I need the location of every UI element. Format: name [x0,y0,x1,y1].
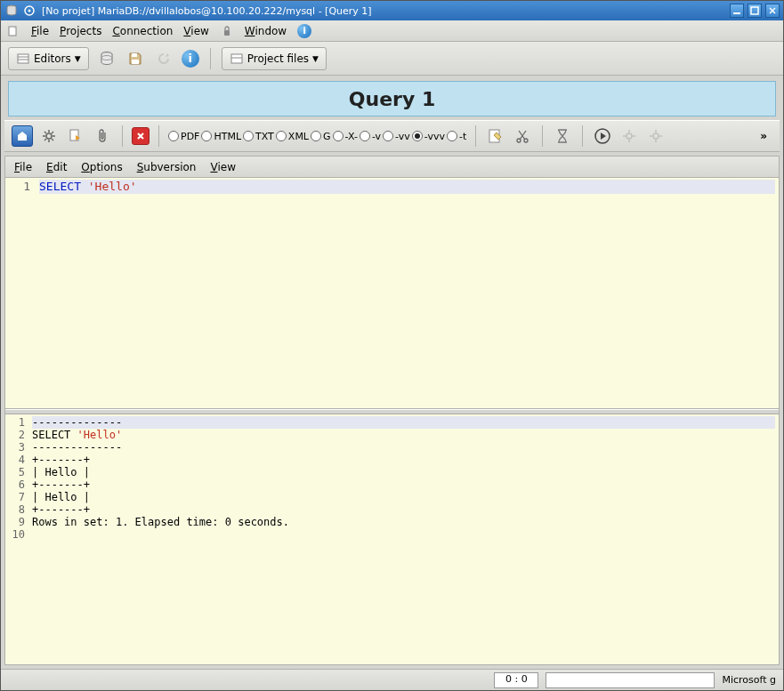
editors-icon [16,52,30,66]
editor-menu-options[interactable]: Options [81,161,122,173]
radio-xml[interactable]: XML [276,131,309,142]
stop-icon[interactable] [132,127,150,145]
editor-menu-subversion[interactable]: Subversion [137,161,197,173]
svg-point-31 [653,133,659,139]
output-line: -------------- [32,441,775,454]
editors-label: Editors [34,52,71,65]
radio-txt[interactable]: TXT [243,131,274,142]
status-input[interactable] [546,672,715,688]
query-title-banner: Query 1 [8,81,776,117]
menu-view[interactable]: View [183,25,208,37]
code-line[interactable]: SELECT 'Hello' [39,180,775,194]
svg-line-22 [52,139,53,141]
toolbar-editors: Editors ▼ i Project files ▼ [1,42,783,76]
menu-connection[interactable]: Connection [112,25,173,37]
menu-window[interactable]: Window [245,25,287,37]
hourglass-icon[interactable] [552,125,573,147]
radio-x[interactable]: -X- [333,131,358,142]
svg-line-21 [44,132,46,133]
save-icon[interactable] [125,48,146,69]
editor-menubar: File Edit Options Subversion View [5,157,779,178]
gear-icon[interactable] [38,125,60,147]
svg-rect-3 [733,12,740,14]
refresh-icon[interactable] [153,48,174,69]
svg-point-2 [28,10,31,12]
page-go-icon[interactable] [65,125,86,147]
output-pane[interactable]: 12345678910 -------------- SELECT 'Hello… [5,414,779,664]
chevron-down-icon: ▼ [312,54,319,63]
output-line: +-------+ [32,478,775,491]
output-line: | Hello | [32,491,775,503]
menu-file[interactable]: File [31,25,49,37]
radio-pdf[interactable]: PDF [168,131,199,142]
home-icon[interactable] [12,125,33,147]
attachment-icon[interactable] [92,125,113,147]
menu-projects[interactable]: Projects [60,25,101,37]
minimize-button[interactable] [730,4,744,18]
chevron-down-icon: ▼ [75,54,81,63]
info-icon[interactable]: i [297,24,311,38]
svg-point-30 [626,133,632,139]
svg-rect-6 [224,30,230,36]
output-line: SELECT 'Hello' [32,429,775,441]
output-line: Rows in set: 1. Elapsed time: 0 seconds. [32,516,775,528]
separator [582,125,583,147]
edit-icon[interactable] [485,125,506,147]
svg-rect-13 [132,60,139,64]
projectfiles-dropdown[interactable]: Project files ▼ [222,47,327,70]
radio-vv[interactable]: -vv [383,131,410,142]
database-icon[interactable] [96,48,117,69]
radio-vvv[interactable]: -vvv [412,131,445,142]
editor-menu-file[interactable]: File [14,161,32,173]
window-title: [No projet] MariaDB://dvillalobos@10.100… [40,5,726,17]
separator [475,125,476,147]
app-window: [No projet] MariaDB://dvillalobos@10.100… [0,0,784,691]
pin-icon[interactable] [22,4,36,18]
separator [158,125,159,147]
svg-line-23 [44,139,46,141]
export-format-group: PDF HTML TXT XML G -X- -v -vv -vvv -t [168,131,466,142]
radio-t[interactable]: -t [447,131,466,142]
toolbar-query: PDF HTML TXT XML G -X- -v -vv -vvv -t [4,120,780,152]
app-icon [4,4,19,18]
output-line [32,528,775,541]
gear-icon-2[interactable] [618,125,640,147]
cut-icon[interactable] [512,125,533,147]
output-content: -------------- SELECT 'Hello' ----------… [28,414,779,664]
close-button[interactable] [765,4,780,18]
gear-icon-3[interactable] [645,125,667,147]
svg-rect-12 [132,53,137,57]
output-line: -------------- [32,416,775,429]
output-gutter: 12345678910 [5,414,28,664]
info-icon-2[interactable]: i [182,50,199,68]
svg-rect-14 [231,54,242,63]
separator [122,125,123,147]
maximize-button[interactable] [748,4,762,18]
separator [210,48,211,69]
editor-content[interactable]: SELECT 'Hello' [36,178,779,408]
new-icon[interactable] [6,24,20,38]
svg-rect-4 [751,7,758,14]
projectfiles-icon [230,52,244,66]
query-title: Query 1 [349,88,435,110]
status-right: Microsoft g [722,674,776,686]
editor-menu-edit[interactable]: Edit [46,161,67,173]
svg-point-16 [46,133,52,139]
line-number: 1 [7,180,30,194]
statusbar: 0 : 0 Microsoft g [1,669,783,690]
more-icon[interactable]: » [755,130,772,142]
svg-line-24 [52,132,53,133]
editor-menu-view[interactable]: View [210,161,235,173]
editors-dropdown[interactable]: Editors ▼ [8,47,89,70]
radio-g[interactable]: G [311,131,331,142]
cursor-position: 0 : 0 [494,672,538,688]
output-line: +-------+ [32,454,775,466]
radio-v[interactable]: -v [360,131,381,142]
sql-editor[interactable]: 1 SELECT 'Hello' [5,178,779,409]
projectfiles-label: Project files [247,52,309,65]
lock-icon[interactable] [220,24,234,38]
radio-html[interactable]: HTML [201,131,241,142]
editor-gutter: 1 [5,178,36,408]
play-icon[interactable] [592,125,613,147]
separator [542,125,543,147]
